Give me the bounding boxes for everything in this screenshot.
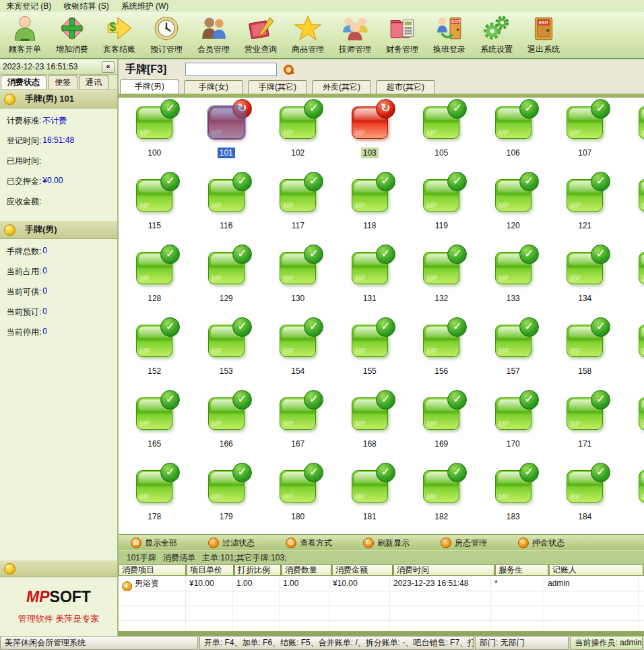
hand-card-free[interactable]: MP✓ xyxy=(639,252,644,284)
hand-card-free[interactable]: MP✓ xyxy=(280,252,316,284)
tab-外卖(其它)[interactable]: 外卖(其它) xyxy=(312,80,371,94)
panel-header-hand-detail[interactable]: 手牌(男) 101 xyxy=(0,90,117,108)
hand-card-cell[interactable]: MP✓182 xyxy=(406,461,478,534)
hand-card-cell[interactable]: MP✓165 xyxy=(119,389,191,461)
hand-card-free[interactable]: MP✓ xyxy=(567,470,603,502)
hand-card-cell[interactable]: MP✓133 xyxy=(478,243,550,316)
hand-card-cell[interactable]: MP✓106 xyxy=(478,98,550,170)
hand-card-cell[interactable]: MP✓105 xyxy=(406,98,478,170)
hand-card-cell[interactable]: MP✓183 xyxy=(478,461,550,534)
hand-card-free[interactable]: MP✓ xyxy=(208,325,245,357)
hand-card-cell[interactable]: MP✓120 xyxy=(478,170,550,243)
column-header-消费金额[interactable]: 消费金额 xyxy=(332,564,393,576)
hand-card-cell[interactable]: MP✓153 xyxy=(191,316,263,389)
hand-card-free[interactable]: MP✓ xyxy=(639,470,644,502)
hand-card-free[interactable]: MP✓ xyxy=(136,106,172,139)
search-magnifier-icon[interactable] xyxy=(282,63,294,75)
hand-card-free[interactable]: MP✓ xyxy=(567,325,603,357)
sidebar-collapse-button[interactable]: « xyxy=(102,61,115,73)
hand-card-free[interactable]: MP✓ xyxy=(423,325,459,357)
hand-card-free[interactable]: MP✓ xyxy=(208,397,245,430)
hand-card-cell[interactable]: MP✓167 xyxy=(262,389,334,461)
hand-card-cell[interactable]: MP✓ xyxy=(621,461,644,534)
menu-item[interactable]: 系统维护 (W) xyxy=(115,0,175,12)
toolbar-button-exit-door[interactable]: EXIT退出系统 xyxy=(520,12,567,57)
hand-card-free[interactable]: MP✓ xyxy=(567,397,603,430)
column-header-项目单价[interactable]: 项目单价 xyxy=(187,564,234,576)
hand-card-free[interactable]: MP✓ xyxy=(136,397,172,430)
toolbar-button-finance[interactable]: 财务管理 xyxy=(379,12,426,57)
tab-手牌(男)[interactable]: 手牌(男) xyxy=(120,79,179,94)
hand-card-cell[interactable]: MP✓178 xyxy=(119,461,191,534)
hand-card-free[interactable]: MP✓ xyxy=(352,252,388,284)
hand-card-free[interactable]: MP✓ xyxy=(423,179,459,212)
hand-card-free[interactable]: MP✓ xyxy=(567,179,603,212)
hand-card-busy[interactable]: MP↻ xyxy=(352,106,388,139)
hand-search-input[interactable] xyxy=(185,63,277,76)
hand-card-free[interactable]: MP✓ xyxy=(495,179,532,212)
toolbar-button-shift-login[interactable]: EXIT换班登录 xyxy=(426,12,473,57)
sidebar-tab-2[interactable]: 便签 xyxy=(48,75,77,89)
hand-card-cell[interactable]: MP✓119 xyxy=(406,170,478,243)
hand-card-free[interactable]: MP✓ xyxy=(136,179,172,212)
sidebar-tab-3[interactable]: 通讯 xyxy=(79,75,108,89)
action-button-filter-state[interactable]: ↓过滤状态 xyxy=(208,538,255,549)
hand-card-free[interactable]: MP✓ xyxy=(495,106,532,139)
hand-card-cell[interactable]: MP✓169 xyxy=(406,389,478,461)
hand-card-cell[interactable]: MP✓166 xyxy=(191,389,263,461)
hand-card-cell[interactable]: MP✓155 xyxy=(334,316,406,389)
hand-card-free[interactable]: MP✓ xyxy=(280,106,316,139)
action-button-room-status[interactable]: ⌂房态管理 xyxy=(441,538,487,549)
hand-card-cell[interactable]: MP↻101 xyxy=(191,98,263,170)
hand-card-cell[interactable]: MP✓100 xyxy=(119,98,191,170)
hand-card-cell[interactable]: MP✓170 xyxy=(478,389,550,461)
hand-card-free[interactable]: MP✓ xyxy=(639,325,644,357)
tab-手牌(女)[interactable]: 手牌(女) xyxy=(184,80,243,94)
hand-card-free[interactable]: MP✓ xyxy=(208,179,245,212)
hand-card-cell[interactable]: MP✓131 xyxy=(334,243,406,316)
hand-card-free[interactable]: MP✓ xyxy=(280,397,316,430)
hand-card-free[interactable]: MP✓ xyxy=(567,252,603,284)
hand-card-free[interactable]: MP✓ xyxy=(280,179,316,212)
hand-card-free[interactable]: MP✓ xyxy=(208,252,245,284)
hand-card-cell[interactable]: MP✓168 xyxy=(334,389,406,461)
hand-card-cell[interactable]: MP✓158 xyxy=(549,316,621,389)
hand-card-cell[interactable]: MP✓156 xyxy=(406,316,478,389)
hand-card-free[interactable]: MP✓ xyxy=(423,106,459,139)
hand-card-free[interactable]: MP✓ xyxy=(495,325,532,357)
panel-header-hand-stats[interactable]: 手牌(男) xyxy=(0,220,117,239)
hand-card-free[interactable]: MP✓ xyxy=(136,325,172,357)
hand-card-cell[interactable]: MP✓180 xyxy=(262,461,334,534)
toolbar-button-goods-star[interactable]: 商品管理 xyxy=(284,12,331,57)
table-row[interactable]: ▸男浴资¥10.001.001.00¥10.002023-12-23 16:51… xyxy=(119,576,644,591)
toolbar-button-members[interactable]: 会员管理 xyxy=(190,12,237,57)
hand-card-cell[interactable]: MP✓118 xyxy=(334,170,406,243)
toolbar-button-add-expense[interactable]: 增加消费 xyxy=(49,12,96,57)
hand-card-cell[interactable]: MP✓184 xyxy=(549,461,621,534)
sidebar-tab-1[interactable]: 消费状态 xyxy=(1,75,46,89)
toolbar-button-booking-clock[interactable]: 预订管理 xyxy=(143,12,190,57)
hand-card-free[interactable]: MP✓ xyxy=(208,470,245,502)
toolbar-button-settings-gear[interactable]: 系统设置 xyxy=(473,12,520,57)
toolbar-button-checkout[interactable]: $宾客结账 xyxy=(96,12,143,57)
hand-card-cell[interactable]: MP✓ xyxy=(621,98,644,170)
hand-card-free[interactable]: MP✓ xyxy=(495,252,532,284)
hand-card-cell[interactable]: MP✓117 xyxy=(262,170,334,243)
hand-card-cell[interactable]: MP✓134 xyxy=(549,243,621,316)
action-button-view-mode[interactable]: ◎查看方式 xyxy=(286,538,332,549)
hand-card-cell[interactable]: MP✓ xyxy=(621,243,644,316)
hand-card-free[interactable]: MP✓ xyxy=(423,252,459,284)
menu-item[interactable]: 来宾登记 (B) xyxy=(0,0,57,12)
hand-card-free[interactable]: MP✓ xyxy=(495,397,532,430)
hand-card-cell[interactable]: MP✓129 xyxy=(191,243,263,316)
hand-card-cell[interactable]: MP✓130 xyxy=(262,243,334,316)
hand-card-cell[interactable]: MP✓171 xyxy=(549,389,621,461)
hand-card-free[interactable]: MP✓ xyxy=(352,397,388,430)
hand-card-cell[interactable]: MP✓102 xyxy=(262,98,334,170)
hand-card-cell[interactable]: MP✓128 xyxy=(119,243,191,316)
hand-card-cell[interactable]: MP↻103 xyxy=(334,98,406,170)
hand-card-free[interactable]: MP✓ xyxy=(352,325,388,357)
column-header-打折比例[interactable]: 打折比例 xyxy=(234,564,281,576)
toolbar-button-technician[interactable]: 技师管理 xyxy=(331,12,379,57)
hand-card-cell[interactable]: MP✓116 xyxy=(191,170,263,243)
